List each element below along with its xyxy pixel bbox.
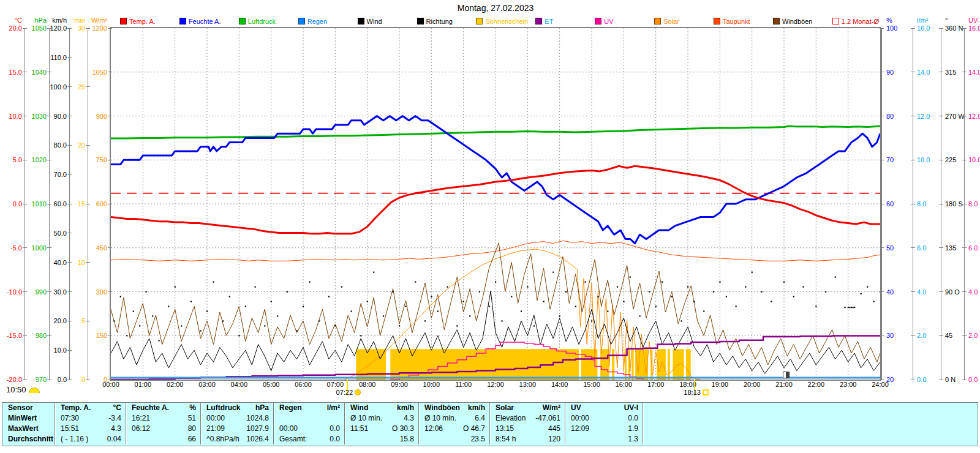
- legend-item-et: ET: [535, 18, 553, 25]
- table-col-solar: SolarW/m²Elevation-47.06113:154458:54 h1…: [489, 403, 565, 444]
- axis-tick-label: 1200: [80, 24, 107, 32]
- axis-header: °C: [0, 17, 22, 24]
- series-richtung-dot: [681, 320, 682, 321]
- table-cell-time: 00:00: [565, 413, 589, 424]
- table-col-header: Windkm/h: [345, 403, 418, 413]
- legend-item-windb-en: Windböen: [773, 18, 813, 25]
- table-col-unit: W/m²: [543, 403, 565, 413]
- table-cell-row: Elevation-47.061: [490, 413, 565, 424]
- table-cell-time: ( - 1.16 ): [55, 434, 88, 444]
- axis-tick: [911, 291, 915, 292]
- series-richtung-dot: [703, 310, 704, 312]
- hour-label: 08:00: [354, 381, 381, 388]
- legend-swatch-icon: [417, 18, 424, 24]
- axis-tick: [939, 291, 943, 292]
- series-richtung-dot: [373, 272, 374, 273]
- series-richtung-dot: [360, 335, 361, 336]
- axis-header: °: [945, 17, 968, 24]
- series-richtung-dot: [501, 320, 502, 321]
- table-col-header: LuftdruckhPa: [201, 403, 273, 413]
- series-richtung-dot: [851, 307, 852, 308]
- table-col-windb-en: Windböenkm/hØ 10 min.6.412:06O 46.723.5: [418, 403, 489, 444]
- hour-label: 07:00: [322, 381, 349, 388]
- axis-tick: [962, 335, 967, 336]
- table-cell-time: [419, 434, 424, 444]
- axis-tick: [911, 160, 915, 160]
- legend-swatch-icon: [773, 18, 780, 24]
- hour-label: 24:00: [867, 381, 894, 388]
- table-cell-time: 00:00: [274, 424, 298, 434]
- sunshine-bar: [631, 349, 633, 380]
- table-cell-value: 23.5: [471, 434, 489, 444]
- series-richtung-dot: [726, 296, 727, 297]
- table-col-header: SolarW/m²: [490, 403, 565, 413]
- series-richtung-dot: [113, 320, 115, 321]
- table-col-name: UV: [565, 403, 581, 413]
- weather-chart-page: Montag, 27.02.2023 Temp. A.Feuchte A.Luf…: [0, 0, 980, 453]
- axis-tick-label: 980: [20, 332, 47, 339]
- axis-line: [881, 28, 882, 380]
- hour-label: 13:00: [514, 381, 541, 388]
- page-title: Montag, 27.02.2023: [111, 3, 880, 13]
- legend-item-luftdruck: Luftdruck: [239, 18, 276, 25]
- table-cell-time: [345, 434, 350, 444]
- series-richtung-dot: [521, 310, 522, 312]
- table-row-header-label: Sensor: [2, 403, 33, 413]
- table-row-header: Sensor: [2, 403, 55, 413]
- legend-swatch-icon: [239, 18, 246, 24]
- axis-tick: [962, 247, 967, 248]
- axis-tick: [939, 380, 943, 380]
- legend-label: ET: [545, 18, 553, 25]
- axis-tick: [67, 174, 72, 175]
- axis-tick: [67, 291, 72, 292]
- legend-label: Taupunkt: [723, 18, 750, 25]
- table-col-unit: km/h: [468, 403, 489, 413]
- legend-swatch-icon: [595, 18, 601, 24]
- series-richtung-dot: [639, 315, 641, 316]
- series-richtung-dot: [456, 325, 458, 326]
- series-richtung-dot: [655, 305, 657, 307]
- axis-tick-label: 150: [80, 332, 107, 339]
- series-richtung-dot: [200, 330, 202, 331]
- axis-tick: [939, 335, 943, 336]
- series-richtung-dot: [880, 291, 880, 293]
- axis-tick: [939, 28, 943, 29]
- series-richtung-dot: [479, 291, 480, 293]
- series-richtung-dot: [146, 291, 147, 293]
- table-cell-row: 07:30-3.4: [55, 413, 126, 424]
- series-richtung-dot: [287, 291, 288, 293]
- series-richtung-dot: [713, 291, 714, 293]
- table-col-unit: %: [189, 403, 200, 413]
- table-row-header: MaxWert: [2, 424, 55, 434]
- axis-tick-label: 15.0: [0, 69, 22, 76]
- series-richtung-dot: [152, 315, 153, 316]
- axis-tick-label: 6.0: [968, 244, 980, 252]
- legend-label: Regen: [307, 18, 327, 25]
- axis-tick: [939, 72, 943, 72]
- legend-item-wind: Wind: [358, 18, 382, 25]
- series-richtung-dot: [495, 282, 496, 283]
- sun-time-label: 18:13: [684, 389, 709, 396]
- table-cell-row: [274, 413, 344, 424]
- legend-item-uv: UV: [595, 18, 613, 25]
- legend-item-regen: Regen: [298, 18, 327, 25]
- series-richtung-dot: [848, 307, 849, 308]
- series-richtung-dot: [255, 286, 256, 288]
- table-cell-row: 23.5: [419, 434, 489, 444]
- table-cell-value: 6.4: [475, 413, 489, 424]
- series-richtung-dot: [849, 307, 850, 308]
- axis-tick-label: 50.0: [40, 230, 67, 237]
- axis-tick-label: 40: [886, 288, 913, 296]
- legend-label: Luftdruck: [248, 18, 276, 25]
- table-cell-row: Ø 10 min.6.4: [419, 413, 489, 424]
- series-richtung-dot: [559, 315, 560, 316]
- table-cell-time: [565, 434, 571, 444]
- axis-tick: [939, 247, 943, 248]
- table-cell-value: 4.3: [404, 413, 418, 424]
- chart-svg: [111, 28, 880, 380]
- axis-tick-label: 4.0: [968, 288, 980, 296]
- axis-tick: [911, 380, 915, 380]
- hour-label: 19:00: [706, 381, 733, 388]
- series-richtung-dot: [469, 315, 470, 316]
- series-richtung-dot: [719, 282, 720, 283]
